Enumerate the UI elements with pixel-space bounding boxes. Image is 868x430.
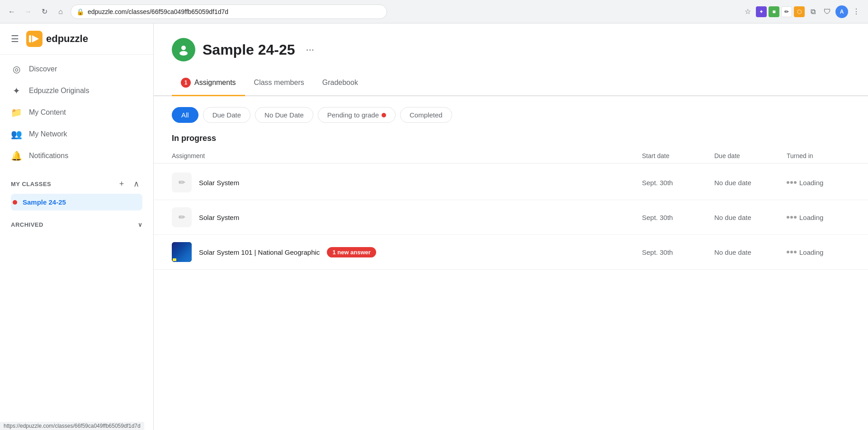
due-date-0: No due date	[714, 179, 787, 187]
dots-icon	[787, 216, 797, 219]
my-content-icon: 📁	[11, 107, 22, 118]
assignment-name: Solar System	[199, 179, 239, 187]
tab-class-members[interactable]: Class members	[245, 70, 313, 96]
originals-icon: ✦	[11, 85, 22, 96]
browser-actions: ☆ ✦ ■ ✏ ⬡ ⧉ 🛡 A ⋮	[741, 5, 863, 18]
start-date-2: Sept. 30th	[642, 248, 714, 256]
my-classes-header: MY CLASSES + ∧	[11, 178, 142, 190]
assignments-badge: 1	[181, 78, 191, 88]
filter-no-due-date[interactable]: No Due Date	[255, 107, 313, 123]
loading-text-2: Loading	[799, 248, 823, 256]
loading-cell-0: Loading	[787, 179, 850, 187]
assignment-icon-edit: ✏	[172, 207, 192, 227]
sidebar-item-notifications[interactable]: 🔔 Notifications	[0, 145, 153, 167]
url-text: edpuzzle.com/classes/66f59ca049ffb65059d…	[88, 8, 381, 15]
new-answer-badge: 1 new answer	[327, 247, 376, 257]
logo-area: edpuzzle	[26, 31, 88, 47]
bookmark-button[interactable]: ☆	[741, 5, 754, 18]
class-item-label: Sample 24-25	[23, 198, 66, 206]
svg-rect-2	[29, 35, 31, 42]
filter-all[interactable]: All	[172, 107, 198, 123]
assignment-name-cell: ✏ Solar System	[172, 173, 642, 192]
class-more-button[interactable]: ···	[302, 42, 318, 57]
due-date-2: No due date	[714, 248, 787, 256]
tab-assignments[interactable]: 1 Assignments	[172, 70, 245, 96]
sidebar-item-discover[interactable]: ◎ Discover	[0, 58, 153, 80]
lock-icon: 🔒	[76, 8, 84, 15]
table-row[interactable]: ✏ Solar System Sept. 30th No due date Lo…	[154, 200, 868, 235]
sidebar-item-label-originals: Edpuzzle Originals	[29, 87, 89, 95]
ext-1[interactable]: ✦	[756, 6, 767, 17]
thumbnail-image	[172, 242, 192, 262]
class-dot	[13, 200, 17, 205]
status-bar: https://edpuzzle.com/classes/66f59ca049f…	[0, 422, 144, 430]
sidebar-item-my-content[interactable]: 📁 My Content	[0, 102, 153, 123]
filter-no-due-date-label: No Due Date	[264, 111, 304, 119]
assignment-icon-thumbnail	[172, 242, 192, 262]
loading-text-1: Loading	[799, 214, 823, 221]
tab-gradebook-label: Gradebook	[322, 79, 358, 87]
ext-3[interactable]: ✏	[781, 6, 792, 17]
sidebar-item-my-network[interactable]: 👥 My Network	[0, 123, 153, 145]
loading-text-0: Loading	[799, 179, 823, 187]
status-url: https://edpuzzle.com/classes/66f59ca049f…	[4, 423, 141, 429]
filter-pending[interactable]: Pending to grade	[318, 107, 396, 123]
ext-2[interactable]: ■	[769, 6, 779, 17]
class-title: Sample 24-25	[203, 42, 295, 58]
ext-4[interactable]: ⬡	[794, 6, 805, 17]
hamburger-button[interactable]: ☰	[9, 32, 21, 46]
discover-icon: ◎	[11, 64, 22, 75]
filter-due-date[interactable]: Due Date	[203, 107, 250, 123]
archived-header[interactable]: ARCHIVED ∨	[11, 218, 142, 232]
col-start-date: Start date	[642, 152, 714, 159]
browser-chrome: ← → ↻ ⌂ 🔒 edpuzzle.com/classes/66f59ca04…	[0, 0, 868, 23]
filter-completed[interactable]: Completed	[400, 107, 452, 123]
tabs-container: 1 Assignments Class members Gradebook	[154, 70, 868, 96]
tab-gradebook[interactable]: Gradebook	[313, 70, 367, 96]
dots-icon	[787, 181, 797, 184]
sidebar: ☰ edpuzzle ◎ Discover ✦ Edpuzzle Origina…	[0, 23, 154, 430]
extensions-button[interactable]: ⧉	[807, 5, 819, 18]
sidebar-header: ☰ edpuzzle	[0, 23, 153, 55]
start-date-1: Sept. 30th	[642, 214, 714, 221]
table-row[interactable]: ✏ Solar System Sept. 30th No due date Lo…	[154, 165, 868, 200]
assignment-name-cell: ✏ Solar System	[172, 207, 642, 227]
edit-icon: ✏	[179, 178, 185, 187]
pending-dot	[382, 113, 386, 117]
assignment-name: Solar System 101 | National Geographic	[199, 248, 320, 256]
class-item-sample-24-25[interactable]: Sample 24-25	[11, 194, 142, 210]
sidebar-nav: ◎ Discover ✦ Edpuzzle Originals 📁 My Con…	[0, 55, 153, 170]
home-button[interactable]: ⌂	[54, 5, 67, 18]
svg-point-3	[181, 46, 186, 50]
svg-point-4	[179, 51, 188, 56]
table-row[interactable]: Solar System 101 | National Geographic 1…	[154, 235, 868, 270]
sidebar-item-label-my-network: My Network	[29, 130, 67, 138]
col-assignment: Assignment	[172, 152, 642, 159]
class-avatar	[172, 38, 195, 61]
sidebar-item-label-discover: Discover	[29, 65, 57, 73]
collapse-classes-button[interactable]: ∧	[130, 178, 142, 190]
assignment-name-cell: Solar System 101 | National Geographic 1…	[172, 242, 642, 262]
filter-bar: All Due Date No Due Date Pending to grad…	[154, 96, 868, 130]
assignment-name: Solar System	[199, 214, 239, 221]
archived-section: ARCHIVED ∨	[0, 214, 153, 235]
menu-button[interactable]: ⋮	[850, 5, 863, 18]
sidebar-item-originals[interactable]: ✦ Edpuzzle Originals	[0, 80, 153, 102]
start-date-0: Sept. 30th	[642, 179, 714, 187]
filter-pending-label: Pending to grade	[327, 111, 379, 119]
sidebar-item-label-notifications: Notifications	[29, 152, 68, 160]
back-button[interactable]: ←	[5, 5, 18, 18]
section-actions: + ∧	[115, 178, 142, 190]
app-container: ☰ edpuzzle ◎ Discover ✦ Edpuzzle Origina…	[0, 23, 868, 430]
logo-text: edpuzzle	[46, 33, 88, 45]
ext-shield[interactable]: 🛡	[821, 5, 834, 18]
filter-all-label: All	[181, 111, 189, 119]
forward-button[interactable]: →	[22, 5, 34, 18]
profile-avatar[interactable]: A	[835, 5, 848, 18]
sidebar-item-label-my-content: My Content	[29, 108, 66, 117]
address-bar[interactable]: 🔒 edpuzzle.com/classes/66f59ca049ffb6505…	[71, 5, 387, 19]
reload-button[interactable]: ↻	[38, 5, 51, 18]
notifications-icon: 🔔	[11, 150, 22, 161]
add-class-button[interactable]: +	[115, 178, 128, 190]
class-header: Sample 24-25 ···	[154, 23, 868, 70]
